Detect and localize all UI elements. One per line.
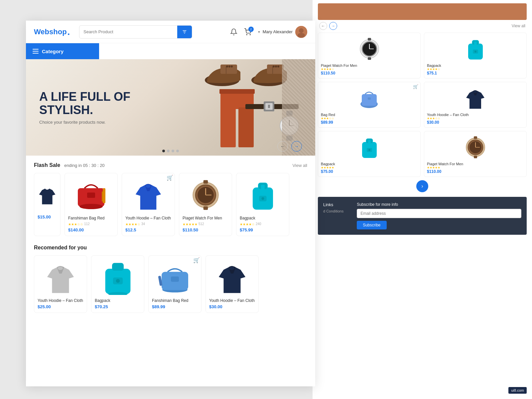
watermark: ui8.com	[508, 387, 527, 394]
rec-product-name-2: Fanshiman Bag Red	[152, 298, 198, 303]
slider-arrows: ← →	[277, 141, 302, 152]
rp-product-price-2: $89.99	[321, 120, 418, 125]
flash-sale-title: Flash Sale	[34, 162, 60, 168]
slider-dot-3[interactable]	[172, 150, 174, 152]
flash-product-img-2	[125, 177, 171, 213]
rp-product-card-3[interactable]: Youth Hoodie – Fan Cloth ★★★☆☆ $30.00	[424, 82, 527, 128]
flash-product-price-0: $15.00	[38, 214, 57, 219]
rp-product-image-2	[321, 85, 418, 111]
notification-button[interactable]	[230, 28, 237, 36]
flash-product-stars-row-2: ★★★★☆ 34	[125, 221, 171, 226]
hero-banner: A LIFE FULL OFSTYLISH. Choice your favor…	[26, 59, 315, 156]
search-filter-button[interactable]	[177, 25, 192, 39]
rp-product-card-2[interactable]: 🛒 Bag Red ★★★☆☆ $89.99	[318, 82, 421, 128]
rp-view-all-link[interactable]: View all	[512, 24, 525, 28]
rp-product-stars-0: ★★★★☆	[321, 67, 418, 71]
category-bar[interactable]: Category	[26, 43, 99, 59]
svg-point-67	[145, 184, 151, 188]
hero-shoe-left-svg	[202, 62, 249, 88]
svg-point-84	[116, 279, 120, 283]
rp-product-price-3: $30.00	[427, 120, 524, 125]
flash-product-name-4: Bagpack	[240, 216, 286, 220]
svg-rect-73	[203, 180, 208, 184]
recommended-products: Youth Hoodie – Fan Cloth $25.00	[34, 255, 307, 313]
rec-product-img-3	[209, 259, 255, 296]
footer-links-title: Links	[323, 202, 343, 207]
category-label: Category	[42, 49, 64, 54]
rec-product-1[interactable]: Bagpack $70.25	[91, 255, 144, 313]
flash-product-4[interactable]: Bagpack ★★★★☆ 240 $75.99	[236, 173, 289, 236]
rec-product-2[interactable]: 🛒 Fanshiman Bag Red $89.99	[148, 255, 201, 313]
recommended-title: Recomended for you	[34, 245, 87, 251]
svg-rect-10	[474, 42, 477, 45]
rec-product-3[interactable]: Youth Hoodie – Fan Cloth $30.00	[205, 255, 259, 313]
rp-cart-icon-2[interactable]: 🛒	[413, 84, 418, 89]
flash-product-stars-1: ★★★☆☆	[68, 222, 83, 226]
rp-prev-arrow[interactable]: ←	[319, 22, 327, 30]
flash-sale-timer: ending in 05 : 30 : 20	[64, 163, 104, 168]
header-icons: 2 ▾ Mary Alexander	[230, 26, 307, 38]
rec-product-0[interactable]: Youth Hoodie – Fan Cloth $25.00	[34, 255, 87, 313]
flash-product-stars-row-4: ★★★★☆ 240	[240, 221, 286, 226]
page-wrapper: ← → View all	[0, 0, 532, 399]
hero-next-arrow[interactable]: →	[291, 141, 302, 152]
rp-product-price-0: $110.50	[321, 71, 418, 75]
svg-rect-78	[261, 185, 264, 189]
user-chevron: ▾	[258, 30, 260, 34]
logo-dot: .	[67, 27, 70, 37]
rp-product-card-1[interactable]: Bagpack ★★★★☆ $75.1	[424, 33, 527, 78]
user-menu[interactable]: ▾ Mary Alexander	[258, 26, 307, 38]
flash-product-img-4	[240, 177, 286, 213]
rp-next-arrow[interactable]: →	[329, 22, 337, 30]
footer-terms: d Conditions	[323, 209, 343, 213]
rp-product-name-5: Piaget Watch For Men	[427, 162, 524, 166]
rp-next-page-btn[interactable]: ›	[416, 180, 428, 192]
svg-point-34	[299, 28, 304, 33]
rec-product-name-1: Bagpack	[95, 298, 141, 303]
rp-product-image-4	[321, 134, 418, 161]
svg-rect-13	[362, 94, 377, 106]
flash-sale-section: Flash Sale ending in 05 : 30 : 20 View a…	[26, 156, 315, 239]
hero-subtitle: Choice your favorite products now.	[39, 120, 130, 125]
logo[interactable]: Webshop.	[34, 27, 74, 37]
header: Webshop.	[26, 21, 315, 43]
watermark-badge: ui8.com	[508, 387, 527, 394]
flash-sale-view-all[interactable]: View all	[292, 163, 307, 168]
rp-product-card-5[interactable]: Piaget Watch For Men ★★★★★ $110.00	[424, 131, 527, 177]
svg-point-39	[228, 66, 230, 67]
flash-product-3[interactable]: Piaget Watch For Men ★★★★★ 512 $110.50	[179, 173, 232, 236]
rp-product-stars-4: ★★★★★	[321, 166, 418, 169]
subscribe-email-input[interactable]	[357, 209, 521, 218]
flash-product-stars-3: ★★★★★	[183, 222, 198, 226]
hero-prev-arrow[interactable]: ←	[277, 141, 288, 152]
slider-dot-2[interactable]	[167, 150, 170, 152]
rec-product-price-2: $89.99	[152, 304, 198, 309]
flash-product-2[interactable]: 🛒 Youth Hoodie – Fan Cloth ★★★★☆ 34 $12.	[122, 173, 175, 236]
rec-product-price-0: $25.00	[38, 304, 83, 309]
hamburger-icon	[33, 49, 39, 54]
rp-product-image-5	[427, 134, 524, 161]
rp-product-card-0[interactable]: Piaget Watch For Men ★★★★☆ $110.50	[318, 33, 421, 78]
svg-rect-74	[203, 206, 208, 210]
search-input[interactable]	[79, 29, 177, 34]
rp-product-card-4[interactable]: Bagpack ★★★★★ $75.00	[318, 131, 421, 177]
svg-point-64	[79, 204, 103, 209]
rec-product-price-3: $30.00	[209, 304, 255, 309]
subscribe-button[interactable]: Subscribe	[357, 221, 386, 229]
recommended-header: Recomended for you	[34, 245, 307, 251]
rec-product-name-0: Youth Hoodie – Fan Cloth	[38, 298, 83, 303]
newsletter-section: Subscribe for more info Subscribe	[357, 202, 521, 229]
rp-hero-strip	[318, 3, 527, 20]
flash-product-0[interactable]: $15.00	[34, 173, 61, 236]
svg-point-35	[298, 33, 305, 38]
cart-button[interactable]: 2	[244, 28, 251, 36]
rec-product-img-1	[95, 259, 141, 296]
rp-product-grid: Piaget Watch For Men ★★★★☆ $110.50 Bagpa…	[318, 33, 527, 177]
flash-product-1[interactable]: Fanshiman Bag Red ★★★☆☆ 112 $140.00	[65, 173, 118, 236]
flash-product-count-2: 34	[141, 222, 145, 226]
svg-rect-27	[474, 156, 477, 158]
slider-dot-1[interactable]	[162, 150, 165, 152]
rp-product-image-3	[427, 85, 524, 111]
slider-dot-4[interactable]	[176, 150, 179, 152]
rp-product-stars-1: ★★★★☆	[427, 67, 524, 71]
